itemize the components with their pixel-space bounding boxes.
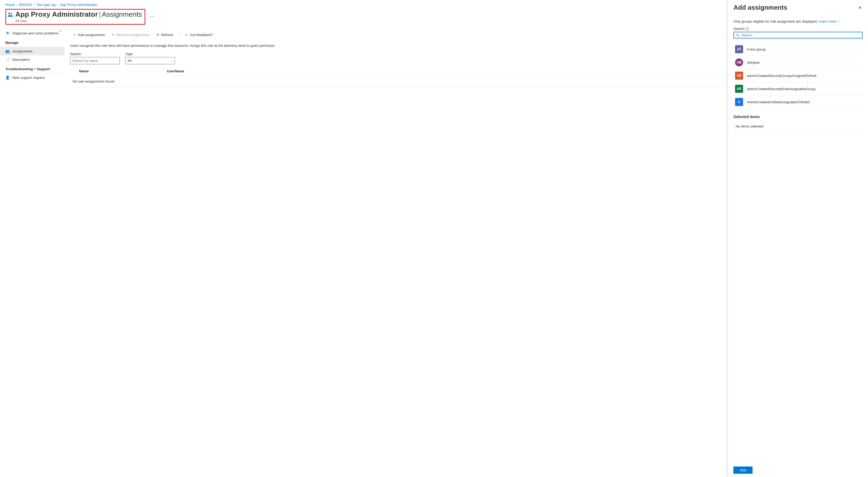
external-link-icon: ↗ xyxy=(837,20,839,23)
sidebar-item-new-support[interactable]: 👤 New support request xyxy=(0,73,65,82)
add-assignments-panel: Add assignments ✕ Only groups eligible f… xyxy=(728,0,868,477)
chevron-down-icon: ⌄ xyxy=(170,59,173,62)
add-assignments-button[interactable]: ＋ Add assignments xyxy=(70,31,108,38)
breadcrumb-test-app-reg[interactable]: Test app reg xyxy=(36,3,56,7)
sidebar-section-troubleshoot: Troubleshooting + Support xyxy=(0,64,65,73)
sidebar-item-label: Diagnose and solve problems xyxy=(12,31,58,35)
sidebar-item-label: New support request xyxy=(12,75,45,80)
avatar: A xyxy=(735,98,743,106)
toolbar-separator xyxy=(179,33,179,37)
chevron-right-icon: › xyxy=(34,3,35,7)
type-select[interactable]: All ⌄ xyxy=(125,57,175,64)
group-name: Abhijeet xyxy=(747,61,760,65)
group-item[interactable]: ADadminCreatedSecurityGroupAssignedToRol… xyxy=(734,69,863,82)
plus-icon: ＋ xyxy=(73,32,76,37)
avatar: AD xyxy=(735,71,743,80)
sidebar-section-manage: Manage xyxy=(0,37,65,46)
x-icon: ✕ xyxy=(112,33,115,37)
page-title: App Proxy Administrator|Assignments xyxy=(16,10,142,19)
breadcrumb-home[interactable]: Home xyxy=(5,3,15,7)
page-subtitle: All roles xyxy=(16,19,142,23)
column-name[interactable]: Name xyxy=(70,69,167,73)
feedback-button[interactable]: ☺ Got feedback? xyxy=(182,31,215,38)
panel-search-label: Search i xyxy=(734,27,863,31)
info-icon[interactable]: i xyxy=(746,27,749,30)
search-icon: 🔍 xyxy=(736,33,740,37)
panel-info-text: Only groups eligible for role assignment… xyxy=(734,20,863,23)
sidebar: « 🛠 Diagnose and solve problems Manage 👥… xyxy=(0,28,65,477)
group-list[interactable]: ATA test groupABAbhijeetADadminCreatedSe… xyxy=(734,43,863,109)
search-input[interactable] xyxy=(70,57,120,64)
group-name: adminCreatedSecurityGroupAssignedToRole xyxy=(747,74,816,78)
group-item[interactable]: ATA test group xyxy=(734,43,863,56)
group-item[interactable]: ADadminCreatedSecurityRoleAssignableGrou… xyxy=(734,82,863,96)
group-name: AdminCreatedUnifiedAssignableToRole2 xyxy=(747,100,810,104)
no-items-message: No items selected xyxy=(734,122,863,131)
page-title-highlight: App Proxy Administrator|Assignments All … xyxy=(5,9,145,25)
sidebar-item-label: Description xyxy=(12,58,30,62)
chevron-right-icon: › xyxy=(57,3,58,7)
panel-search-input[interactable] xyxy=(741,33,861,37)
chevron-right-icon: › xyxy=(17,3,18,7)
remove-assignments-button[interactable]: ✕ Remove assignments xyxy=(109,31,153,38)
breadcrumb-app-proxy-admin[interactable]: App Proxy Administrator xyxy=(60,3,97,7)
sidebar-item-diagnose[interactable]: 🛠 Diagnose and solve problems xyxy=(0,29,65,37)
close-panel-button[interactable]: ✕ xyxy=(857,4,863,11)
feedback-icon: ☺ xyxy=(184,33,188,37)
people-icon xyxy=(7,11,14,20)
people-icon: 👥 xyxy=(5,49,10,53)
sidebar-item-label: Assignments xyxy=(12,49,32,53)
learn-more-link[interactable]: Learn more↗ xyxy=(819,20,839,23)
panel-title: Add assignments xyxy=(734,4,787,11)
panel-search-wrap[interactable]: 🔍 xyxy=(734,32,863,38)
group-name: A test group xyxy=(747,47,766,52)
selected-items-header: Selected items xyxy=(734,115,863,119)
type-filter-label: Type xyxy=(125,52,175,56)
group-name: adminCreatedSecurityRoleAssignableGroup xyxy=(747,87,815,91)
refresh-button[interactable]: ↻ Refresh xyxy=(154,31,176,38)
refresh-icon: ↻ xyxy=(156,33,160,37)
collapse-sidebar-button[interactable]: « xyxy=(60,29,61,33)
avatar: AB xyxy=(735,58,743,66)
wrench-icon: 🛠 xyxy=(5,31,10,35)
add-button[interactable]: Add xyxy=(734,467,752,474)
support-icon: 👤 xyxy=(5,75,10,80)
group-item[interactable]: ABAbhijeet xyxy=(734,56,863,69)
sidebar-item-assignments[interactable]: 👥 Assignments xyxy=(0,47,65,56)
avatar: AT xyxy=(735,45,743,53)
svg-point-0 xyxy=(9,13,10,14)
search-filter-label: Search xyxy=(70,52,120,56)
document-icon: 📄 xyxy=(5,58,10,62)
group-item[interactable]: AAdminCreatedUnifiedAssignableToRole2 xyxy=(734,96,863,109)
sidebar-item-description[interactable]: 📄 Description xyxy=(0,56,65,64)
avatar: AD xyxy=(735,85,743,93)
breadcrumb-msods[interactable]: MSODS xyxy=(19,3,32,7)
svg-point-1 xyxy=(11,13,12,15)
more-actions-button[interactable]: ⋯ xyxy=(148,12,156,20)
